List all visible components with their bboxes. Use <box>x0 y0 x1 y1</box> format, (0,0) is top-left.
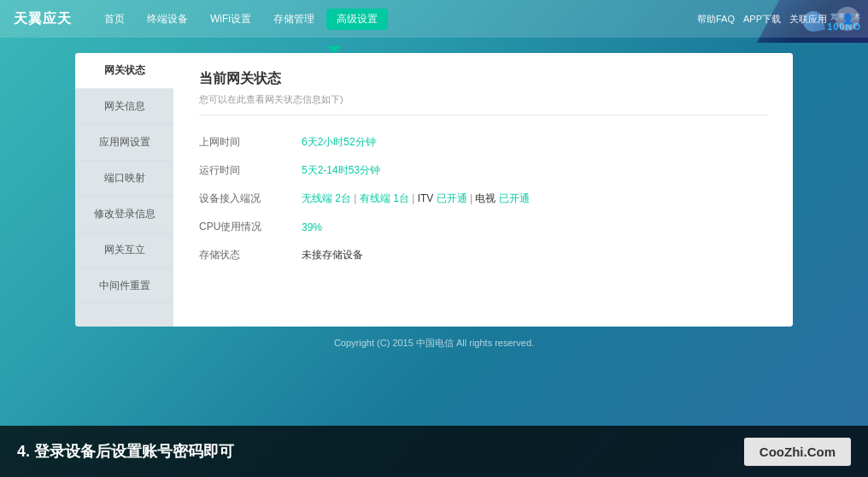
table-row: 运行时间 5天2-14时53分钟 <box>199 156 767 185</box>
nav-right-faq[interactable]: 帮助FAQ <box>697 13 735 26</box>
tag-tv: 已开通 <box>499 192 530 204</box>
nav-bar: 天翼应天 首页 终端设备 WiFi设置 存储管理 高级设置 帮助FAQ APP下… <box>0 0 868 38</box>
nav-logo: 天翼应天 <box>9 3 77 34</box>
nav-right: 帮助FAQ APP下载 关联应用 👤 <box>697 7 859 31</box>
sidebar: 网关状态 网关信息 应用网设置 端口映射 修改登录信息 网关互立 中间件重置 <box>75 53 173 327</box>
sidebar-item-gateway-status[interactable]: 网关状态 <box>75 53 173 89</box>
row-value-4: 未接存储设备 <box>302 248 363 262</box>
tag-tv-label: 电视 <box>475 192 498 204</box>
panel: 当前网关状态 您可以在此查看网关状态信息如下) 上网时间 6天2小时52分钟 运… <box>173 53 793 327</box>
sidebar-item-gateway-standalone[interactable]: 网关互立 <box>75 233 173 268</box>
nav-item-home[interactable]: 首页 <box>94 9 135 30</box>
banner-text: 4. 登录设备后设置账号密码即可 <box>17 441 234 462</box>
nav-right-app[interactable]: APP下载 <box>743 13 781 26</box>
bottom-banner: 4. 登录设备后设置账号密码即可 CooZhi.Com <box>0 426 868 477</box>
info-table: 上网时间 6天2小时52分钟 运行时间 5天2-14时53分钟 设备接入端况 无… <box>199 128 767 269</box>
main-content: 网关状态 网关信息 应用网设置 端口映射 修改登录信息 网关互立 中间件重置 当… <box>0 38 868 360</box>
nav-indicator <box>327 46 341 53</box>
table-row: 存储状态 未接存储设备 <box>199 241 767 269</box>
footer-text: Copyright (C) 2015 中国电信 All rights reser… <box>334 338 534 348</box>
row-label-2: 设备接入端况 <box>199 191 302 206</box>
table-row: 设备接入端况 无线端 2台 | 有线端 1台 | ITV 已开通 | 电视 已开… <box>199 185 767 213</box>
nav-item-storage[interactable]: 存储管理 <box>263 9 325 30</box>
nav-avatar[interactable]: 👤 <box>836 7 859 31</box>
row-value-3: 39% <box>302 221 322 233</box>
row-value-1: 5天2-14时53分钟 <box>302 163 380 178</box>
sidebar-item-modify-login[interactable]: 修改登录信息 <box>75 197 173 233</box>
sidebar-item-middleware-reset[interactable]: 中间件重置 <box>75 268 173 304</box>
nav-item-device[interactable]: 终端设备 <box>137 9 198 30</box>
row-label-4: 存储状态 <box>199 248 302 262</box>
footer: Copyright (C) 2015 中国电信 All rights reser… <box>324 327 544 360</box>
row-label-0: 上网时间 <box>199 135 302 150</box>
panel-title: 当前网关状态 <box>199 70 767 88</box>
tag-itv-label: ITV <box>418 192 437 204</box>
sidebar-item-port-mapping[interactable]: 端口映射 <box>75 161 173 197</box>
row-value-0: 6天2小时52分钟 <box>302 135 376 150</box>
row-label-1: 运行时间 <box>199 163 302 178</box>
banner-brand: CooZhi.Com <box>744 438 851 466</box>
content-wrapper: 网关状态 网关信息 应用网设置 端口映射 修改登录信息 网关互立 中间件重置 当… <box>75 53 793 327</box>
nav-items: 首页 终端设备 WiFi设置 存储管理 高级设置 <box>94 9 697 30</box>
row-label-3: CPU使用情况 <box>199 220 302 234</box>
nav-right-link[interactable]: 关联应用 <box>789 13 827 26</box>
sidebar-item-app-network[interactable]: 应用网设置 <box>75 125 173 161</box>
sidebar-item-gateway-info[interactable]: 网关信息 <box>75 89 173 125</box>
panel-subtitle: 您可以在此查看网关状态信息如下) <box>199 93 767 115</box>
nav-item-wifi[interactable]: WiFi设置 <box>200 9 261 30</box>
row-value-2: 无线端 2台 | 有线端 1台 | ITV 已开通 | 电视 已开通 <box>302 191 530 206</box>
nav-item-advanced[interactable]: 高级设置 <box>326 9 388 30</box>
logo-text: 天翼应天 <box>14 10 72 28</box>
table-row: 上网时间 6天2小时52分钟 <box>199 128 767 156</box>
table-row: CPU使用情况 39% <box>199 213 767 241</box>
tag-wireless: 无线端 2台 <box>302 192 351 204</box>
tag-itv: 已开通 <box>437 192 467 204</box>
tag-wired: 有线端 1台 <box>360 192 409 204</box>
